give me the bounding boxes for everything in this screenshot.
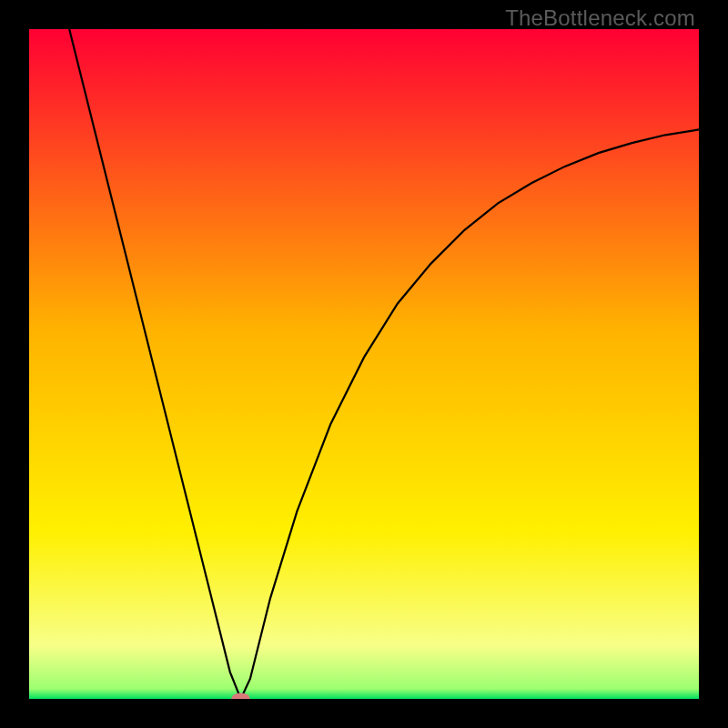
watermark-text: TheBottleneck.com xyxy=(505,5,695,31)
chart-frame: TheBottleneck.com xyxy=(0,0,728,728)
gradient-background xyxy=(29,29,699,699)
chart-svg xyxy=(29,29,699,699)
plot-area xyxy=(29,29,699,699)
